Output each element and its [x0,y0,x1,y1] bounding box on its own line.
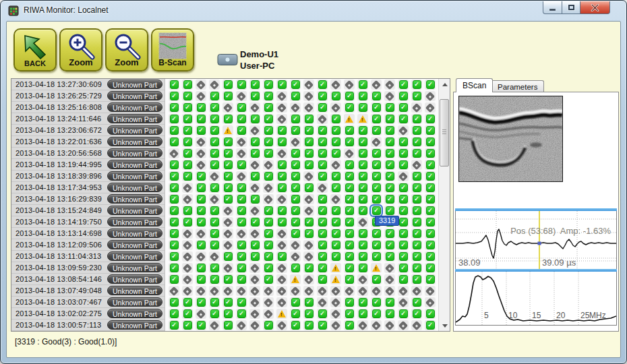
status-cell[interactable] [248,182,262,193]
status-cell[interactable]: ✓ [410,239,423,251]
status-cell[interactable] [235,148,248,159]
status-cell[interactable]: ✓ [342,171,356,182]
status-cell[interactable] [302,285,316,297]
status-cell[interactable] [329,285,342,297]
status-cell[interactable]: ✓ [194,216,208,228]
status-cell[interactable]: ✓ [167,308,181,320]
list-row[interactable]: 2013-04-18 13:12:09:506Unknown Part [11,239,165,251]
status-cell[interactable] [329,308,342,320]
status-cell[interactable]: ✓ [275,182,289,193]
status-cell[interactable] [248,308,262,320]
status-cell[interactable]: ✓ [181,113,194,125]
status-cell[interactable]: ✓ [262,113,275,125]
status-cell[interactable] [342,148,356,159]
status-cell[interactable]: ✓ [275,171,289,182]
status-cell[interactable]: ! [221,125,235,136]
status-cell[interactable]: ✓ [383,148,396,159]
list-row[interactable]: 2013-04-18 13:15:24:849Unknown Part [11,205,165,216]
status-cell[interactable]: ✓ [369,182,383,193]
status-cell[interactable] [369,285,383,297]
status-cell[interactable]: ✓ [194,171,208,182]
status-cell[interactable]: ✓ [302,262,316,274]
status-cell[interactable]: ✓ [369,171,383,182]
status-cell[interactable]: ✓ [194,113,208,125]
status-cell[interactable]: ✓ [396,239,410,251]
status-cell[interactable]: ✓ [383,182,396,193]
status-cell[interactable]: ✓ [248,216,262,228]
zoom-out-button[interactable]: Zoom [105,28,148,71]
status-cell[interactable] [342,79,356,90]
scroll-down-button[interactable] [439,320,450,331]
status-cell[interactable] [369,79,383,90]
status-cell[interactable]: ✓ [221,308,235,320]
status-cell[interactable]: ✓ [289,159,302,171]
status-cell[interactable]: ✓ [167,90,181,102]
status-cell[interactable]: ✓ [396,79,410,90]
status-cell[interactable]: ✓ [289,148,302,159]
waveform-plot[interactable]: Pos (53:68) Amp: -1.63% 38.09 39.09 µs [455,211,617,269]
status-cell[interactable] [275,239,289,251]
status-cell[interactable] [396,320,410,331]
list-row[interactable]: 2013-04-18 13:24:11:646Unknown Part [11,113,165,125]
status-cell[interactable] [194,79,208,90]
status-cell[interactable] [383,79,396,90]
status-cell[interactable] [208,251,221,262]
list-row[interactable]: 2013-04-18 13:14:19:750Unknown Part [11,216,165,228]
status-cell[interactable] [396,285,410,297]
status-cell[interactable]: ✓ [383,136,396,148]
status-cell[interactable]: ✓ [289,125,302,136]
status-cell[interactable]: ✓ [208,90,221,102]
status-cell[interactable]: ✓ [410,297,423,308]
status-cell[interactable]: ✓ [410,193,423,205]
status-cell[interactable]: ✓ [194,262,208,274]
status-cell[interactable] [302,90,316,102]
status-cell[interactable]: ✓ [423,251,437,262]
status-cell[interactable] [221,216,235,228]
unknown-part-button[interactable]: Unknown Part [107,183,162,192]
status-cell[interactable]: ✓ [302,125,316,136]
status-cell[interactable] [208,79,221,90]
status-cell[interactable] [423,297,437,308]
status-cell[interactable]: ✓ [369,239,383,251]
status-cell[interactable]: ✓ [329,90,342,102]
status-cell[interactable]: ✓ [181,216,194,228]
status-cell[interactable] [329,102,342,113]
status-cell[interactable] [194,136,208,148]
status-cell[interactable] [356,274,369,285]
status-cell[interactable]: ✓ [369,148,383,159]
scroll-up-button[interactable] [439,79,450,90]
status-cell[interactable]: ✓ [356,193,369,205]
status-cell[interactable]: ✓ [396,159,410,171]
status-cell[interactable]: ✓ [208,239,221,251]
status-cell[interactable]: ✓ [262,102,275,113]
status-cell[interactable]: ✓ [289,205,302,216]
status-cell[interactable] [289,285,302,297]
status-cell[interactable]: ✓ [410,125,423,136]
status-cell[interactable] [248,205,262,216]
status-cell[interactable] [235,136,248,148]
status-cell[interactable]: ✓ [383,125,396,136]
list-row[interactable]: 2013-04-18 13:20:56:568Unknown Part [11,148,165,159]
status-cell[interactable] [248,102,262,113]
status-cell[interactable] [262,182,275,193]
status-cell[interactable]: ✓ [369,228,383,239]
status-cell[interactable]: ✓ [235,251,248,262]
status-cell[interactable]: ✓ [316,136,329,148]
status-cell[interactable]: ✓ [208,102,221,113]
status-cell[interactable]: ✓ [275,79,289,90]
status-cell[interactable]: ✓ [289,193,302,205]
status-cell[interactable] [194,159,208,171]
status-cell[interactable]: ✓ [356,159,369,171]
status-cell[interactable] [248,228,262,239]
status-cell[interactable]: ✓ [423,79,437,90]
status-cell[interactable]: ✓ [356,251,369,262]
status-cell[interactable]: ✓ [316,79,329,90]
status-cell[interactable]: ✓ [329,205,342,216]
status-cell[interactable]: ✓ [329,228,342,239]
status-cell[interactable]: ✓ [342,308,356,320]
status-cell[interactable] [396,297,410,308]
status-cell[interactable]: ✓ [167,102,181,113]
status-cell[interactable]: ✓ [167,125,181,136]
maximize-button[interactable] [562,1,580,14]
status-cell[interactable] [275,148,289,159]
